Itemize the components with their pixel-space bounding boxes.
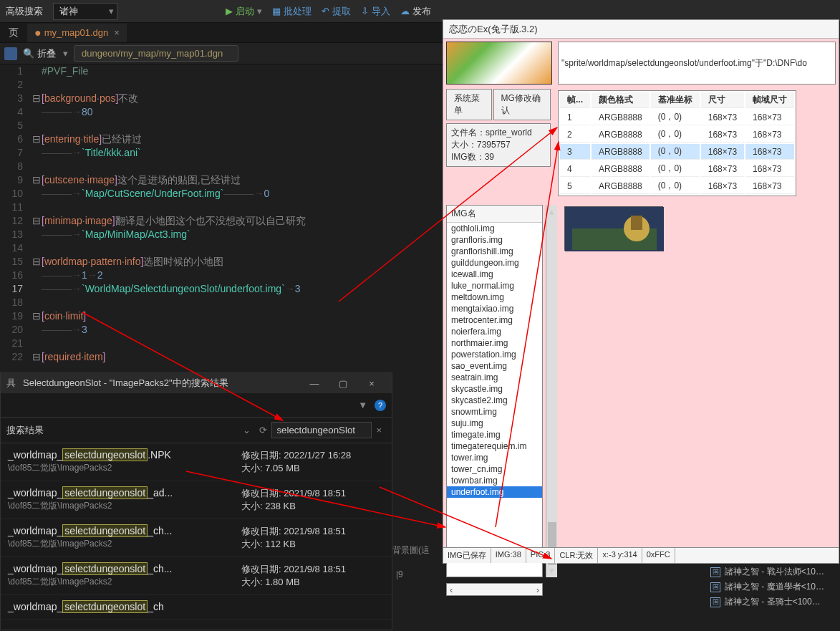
tools-tab[interactable]: 具 [6, 377, 23, 390]
img-list-item[interactable]: icewall.img [447, 269, 542, 280]
publish-icon: ☁ [400, 6, 410, 16]
fold-icon[interactable]: 🔍 [23, 48, 34, 59]
code-l16b: 2 [97, 269, 103, 281]
ex-titlebar[interactable]: 恋恋のEx(兔子版.3.2) [443, 20, 839, 39]
col-base[interactable]: 基准坐标 [651, 92, 700, 108]
img-list-item[interactable]: tower_cn.img [447, 463, 542, 475]
img-list-item[interactable]: mengtaixiao.img [447, 303, 542, 314]
img-list-item[interactable]: guilddungeon.img [447, 257, 542, 269]
code-l1: #PVF_File [42, 65, 88, 77]
chevron-down-icon[interactable]: ⌄ [243, 425, 251, 435]
size-value: 7395757 [477, 140, 511, 150]
img-list-scrollbar[interactable]: ▴ ▾ [546, 205, 557, 577]
status-saved: IMG已保存 [443, 548, 491, 563]
col-fmt[interactable]: 颜色格式 [592, 92, 650, 108]
scroll-down-icon[interactable]: ▾ [549, 565, 554, 576]
img-list-item[interactable]: granflorishill.img [447, 246, 542, 257]
file-tab[interactable]: ● my_map01.dgn × [27, 24, 127, 42]
code-l10-num: 0 [264, 188, 269, 199]
pages-tab[interactable]: 页 [0, 24, 27, 42]
adv-search-link[interactable]: 高级搜索 [6, 5, 43, 18]
img-list-item[interactable]: metrocenter.img [447, 314, 542, 326]
sprite-preview: 王的遗迹 [564, 206, 663, 251]
scroll-up-icon[interactable]: ▴ [549, 206, 554, 217]
fold-label[interactable]: 折叠 [37, 47, 56, 60]
img-list-item[interactable]: suju.img [447, 418, 542, 429]
frames-table[interactable]: 帧... 颜色格式 基准坐标 尺寸 帧域尺寸 1ARGB8888(0，0)168… [558, 90, 796, 196]
scroll-right-icon[interactable]: › [536, 584, 539, 595]
code-l10-str: `Map/CutScene/UnderFoot.img` [82, 188, 223, 199]
search-results-window: 具 SelectdungeonSlot - "ImagePacks2"中的搜索结… [0, 372, 392, 630]
img-list-item[interactable]: meltdown.img [447, 292, 542, 303]
search-result-item[interactable]: _worldmap_selectdungeonslot_ch [1, 595, 392, 620]
search-query-input[interactable] [271, 422, 372, 438]
close-button[interactable]: × [357, 378, 386, 389]
file-label: 文件名： [451, 127, 486, 138]
code-l15-note: 选图时候的小地图 [143, 256, 223, 267]
run-button[interactable]: 启动 ▾ [226, 5, 262, 18]
maximize-button[interactable]: ▢ [329, 378, 357, 389]
img-list-item[interactable]: timegaterequiem.im [447, 440, 542, 452]
extract-button[interactable]: ↶提取 [322, 5, 351, 18]
frame-row[interactable]: 2ARGB8888(0，0)168×73168×73 [560, 127, 794, 143]
col-idx[interactable]: 帧... [560, 92, 590, 108]
code-l9-note: 这个是进场的贴图,已经讲过 [117, 174, 241, 186]
search-result-item[interactable]: _worldmap_selectdungeonslot_ch...\dof85二… [1, 557, 392, 595]
search-result-item[interactable]: _worldmap_selectdungeonslot_ch...\dof85二… [1, 519, 392, 557]
frame-row[interactable]: 4ARGB8888(0，0)168×73168×73 [560, 161, 794, 177]
frame-row[interactable]: 1ARGB8888(0，0)168×73168×73 [560, 110, 794, 125]
img-list-item[interactable]: noierfera.img [447, 326, 542, 337]
publish-label: 发布 [412, 5, 431, 18]
refresh-icon[interactable]: ⟳ [259, 425, 267, 435]
img-list-item[interactable]: sao_event.img [447, 360, 542, 372]
search-result-item[interactable]: _worldmap_selectdungeonslot_ad...\dof85二… [1, 481, 392, 519]
search-titlebar: 具 SelectdungeonSlot - "ImagePacks2"中的搜索结… [1, 373, 392, 393]
col-framedim[interactable]: 帧域尺寸 [745, 92, 794, 108]
col-dim[interactable]: 尺寸 [701, 92, 744, 108]
status-img: IMG:38 [491, 548, 526, 563]
close-tab-icon[interactable]: × [114, 27, 120, 38]
search-result-item[interactable]: _worldmap_selectdungeonslot.NPK\dof85二觉版… [1, 443, 392, 481]
search-toolbar: ▼ ? [1, 393, 392, 418]
minimize-button[interactable]: — [300, 378, 329, 389]
sprite-path-field[interactable] [558, 42, 836, 85]
import-button[interactable]: ⇩导入 [361, 5, 390, 18]
import-label: 导入 [372, 5, 390, 18]
img-list-item[interactable]: seatrain.img [447, 372, 542, 383]
img-list-item[interactable]: northmaier.img [447, 337, 542, 349]
clear-icon[interactable]: × [376, 425, 382, 435]
code-l13: `Map/MiniMap/Act3.img` [82, 228, 190, 240]
img-list-item[interactable]: timegate.img [447, 429, 542, 440]
project-dropdown[interactable]: 诸神 [53, 3, 117, 20]
import-icon: ⇩ [361, 6, 369, 16]
frame-row[interactable]: 3ARGB8888(0，0)168×73168×73 [560, 144, 794, 160]
img-list-item[interactable]: skycastle.img [447, 383, 542, 395]
img-list-item[interactable]: powerstation.img [447, 349, 542, 360]
collapse-icon[interactable]: ▼ [358, 400, 367, 410]
code-l16a: 1 [82, 269, 87, 281]
batch-button[interactable]: ▦批处理 [272, 5, 312, 18]
publish-button[interactable]: ☁发布 [400, 5, 431, 18]
img-list-item[interactable]: granfloris.img [447, 234, 542, 246]
code-l7: `Title/kkk.ani` [82, 147, 141, 158]
img-list-item[interactable]: snowmt.img [447, 406, 542, 418]
img-list-item[interactable]: gothloli.img [447, 223, 542, 234]
img-list-hscroll[interactable]: ‹ › [446, 583, 543, 596]
img-list-item[interactable]: luke_normal.img [447, 280, 542, 292]
img-list[interactable]: IMG名 gothloli.imggranfloris.imggranflori… [446, 205, 543, 577]
extract-icon: ↶ [322, 6, 329, 16]
help-icon[interactable]: ? [375, 400, 386, 411]
frame-row[interactable]: 5ARGB8888(0，0)168×73168×73 [560, 178, 794, 194]
status-hex: 0xFFC [642, 548, 675, 563]
img-list-header[interactable]: IMG名 [447, 206, 542, 223]
file-path-field[interactable]: dungeon/my_map/my_map01.dgn [74, 45, 238, 62]
mg-confirm-button[interactable]: MG修改确认 [493, 89, 551, 120]
img-list-item[interactable]: underfoot.img [447, 486, 542, 498]
scroll-left-icon[interactable]: ‹ [450, 584, 453, 595]
chevron-down-icon[interactable]: ▾ [63, 48, 68, 59]
img-list-item[interactable]: townbar.img [447, 475, 542, 486]
ex-tool-window: 恋恋のEx(兔子版.3.2) 系统菜单 MG修改确认 文件名：sprite_wo… [443, 19, 839, 564]
system-menu-button[interactable]: 系统菜单 [446, 89, 492, 120]
img-list-item[interactable]: tower.img [447, 452, 542, 463]
img-list-item[interactable]: skycastle2.img [447, 395, 542, 406]
